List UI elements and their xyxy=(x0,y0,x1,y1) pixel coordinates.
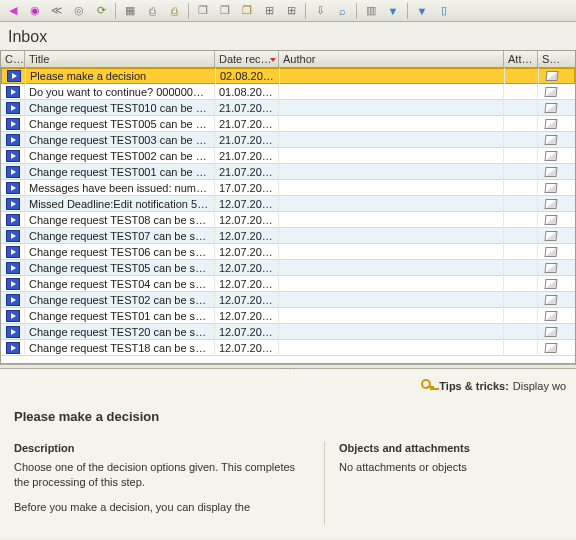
class-cell xyxy=(1,292,25,308)
export-icon[interactable]: ⇩ xyxy=(309,1,331,21)
sort-desc-icon xyxy=(270,58,276,62)
status-cell xyxy=(538,292,564,308)
filter2-icon[interactable]: ▼ xyxy=(411,1,433,21)
table-row[interactable]: Change request TEST003 can be set...21.0… xyxy=(1,132,575,148)
table-row[interactable]: Change request TEST002 can be set...21.0… xyxy=(1,148,575,164)
tips-label: Tips & tricks: xyxy=(439,380,509,392)
class-cell xyxy=(1,228,25,244)
title-cell: Change request TEST003 can be set... xyxy=(25,132,215,148)
col-header-class[interactable]: Cla... xyxy=(1,51,25,67)
table-row[interactable]: Change request TEST005 can be set...21.0… xyxy=(1,116,575,132)
page-title: Inbox xyxy=(0,22,576,50)
table-row[interactable]: Missed Deadline:Edit notification 500...… xyxy=(1,196,575,212)
grid-header: Cla... Title Date recei... Author Atta..… xyxy=(1,51,575,68)
col-header-author[interactable]: Author xyxy=(279,51,504,67)
clipboard3-icon[interactable]: ❐ xyxy=(236,1,258,21)
title-cell: Change request TEST06 can be set t... xyxy=(25,244,215,260)
title-cell: Change request TEST001 can be set... xyxy=(25,164,215,180)
table-row[interactable]: Messages have been issued: numbe...17.07… xyxy=(1,180,575,196)
find-icon[interactable]: ⌕ xyxy=(331,1,353,21)
status-cell xyxy=(538,196,564,212)
attach-cell xyxy=(504,292,538,308)
table-row[interactable]: Change request TEST08 can be set t...12.… xyxy=(1,212,575,228)
table-row[interactable]: Change request TEST001 can be set...21.0… xyxy=(1,164,575,180)
date-cell: 12.07.2005 xyxy=(215,276,279,292)
toolbar-separator xyxy=(407,3,408,19)
date-cell: 12.07.2005 xyxy=(215,340,279,356)
title-cell: Change request TEST07 can be set t... xyxy=(25,228,215,244)
status-cell xyxy=(538,308,564,324)
status-cell xyxy=(538,116,564,132)
refresh-icon[interactable]: ⟳ xyxy=(90,1,112,21)
table-row[interactable]: Change request TEST01 can be set t...12.… xyxy=(1,308,575,324)
workitem-icon xyxy=(6,230,20,242)
clipboard1-icon[interactable]: ❐ xyxy=(192,1,214,21)
table-row[interactable]: Please make a decision02.08.2005 xyxy=(1,68,575,84)
attach-cell xyxy=(505,68,539,84)
author-cell xyxy=(279,292,504,308)
status-icon xyxy=(544,167,557,177)
author-cell xyxy=(279,148,504,164)
date-cell: 21.07.2005 xyxy=(215,148,279,164)
title-cell: Change request TEST08 can be set t... xyxy=(25,212,215,228)
filter-icon[interactable]: ▼ xyxy=(382,1,404,21)
table-row[interactable]: Change request TEST06 can be set t...12.… xyxy=(1,244,575,260)
tree2-icon[interactable]: ⊞ xyxy=(280,1,302,21)
tips-tricks[interactable]: Tips & tricks: Display wo xyxy=(421,379,566,393)
cols-icon[interactable]: ▥ xyxy=(360,1,382,21)
attach-cell xyxy=(504,180,538,196)
table-row[interactable]: Change request TEST02 can be set t...12.… xyxy=(1,292,575,308)
col-header-status[interactable]: Stat... xyxy=(538,51,564,67)
current-icon[interactable]: ◉ xyxy=(24,1,46,21)
inbox-grid: Cla... Title Date recei... Author Atta..… xyxy=(0,50,576,364)
date-cell: 12.07.2005 xyxy=(215,196,279,212)
attach-cell xyxy=(504,196,538,212)
workitem-icon xyxy=(6,262,20,274)
status-icon xyxy=(544,295,557,305)
class-cell xyxy=(1,84,25,100)
grid-body[interactable]: Please make a decision02.08.2005Do you w… xyxy=(1,68,575,363)
table-row[interactable]: Change request TEST18 can be set t...12.… xyxy=(1,340,575,356)
title-cell: Do you want to continue? 0000000000... xyxy=(25,84,215,100)
tree1-icon[interactable]: ⊞ xyxy=(258,1,280,21)
printer-icon[interactable]: ⎙ xyxy=(141,1,163,21)
status-cell xyxy=(538,180,564,196)
class-cell xyxy=(1,196,25,212)
title-cell: Please make a decision xyxy=(26,68,216,84)
date-cell: 12.07.2005 xyxy=(215,260,279,276)
attach-cell xyxy=(504,132,538,148)
table-row[interactable]: Change request TEST05 can be set t...12.… xyxy=(1,260,575,276)
status-icon xyxy=(544,87,557,97)
workitem-icon xyxy=(6,118,20,130)
clipboard2-icon[interactable]: ❐ xyxy=(214,1,236,21)
author-cell xyxy=(279,276,504,292)
table-row[interactable]: Change request TEST04 can be set t...12.… xyxy=(1,276,575,292)
date-cell: 12.07.2005 xyxy=(215,244,279,260)
title-cell: Change request TEST04 can be set t... xyxy=(25,276,215,292)
layout-icon[interactable]: ▦ xyxy=(119,1,141,21)
status-cell xyxy=(539,68,565,84)
col-header-attach[interactable]: Atta... xyxy=(504,51,538,67)
print2-icon[interactable]: ⎙ xyxy=(163,1,185,21)
toolbar-separator xyxy=(188,3,189,19)
author-cell xyxy=(280,68,505,84)
workitem-icon xyxy=(6,326,20,338)
table-row[interactable]: Change request TEST010 can be set...21.0… xyxy=(1,100,575,116)
link-icon[interactable]: ≪ xyxy=(46,1,68,21)
col-header-title[interactable]: Title xyxy=(25,51,215,67)
detail-title: Please make a decision xyxy=(14,409,562,424)
class-cell xyxy=(1,132,25,148)
target-icon[interactable]: ◎ xyxy=(68,1,90,21)
attach-cell xyxy=(504,116,538,132)
table-row[interactable]: Do you want to continue? 0000000000...01… xyxy=(1,84,575,100)
table-row[interactable]: Change request TEST07 can be set t...12.… xyxy=(1,228,575,244)
table-row[interactable]: Change request TEST20 can be set t...12.… xyxy=(1,324,575,340)
author-cell xyxy=(279,196,504,212)
status-cell xyxy=(538,132,564,148)
workitem-icon xyxy=(6,182,20,194)
col-header-date[interactable]: Date recei... xyxy=(215,51,279,67)
back-icon[interactable]: ◀ xyxy=(2,1,24,21)
chart-icon[interactable]: ▯ xyxy=(433,1,455,21)
date-cell: 12.07.2005 xyxy=(215,292,279,308)
toolbar-separator xyxy=(356,3,357,19)
